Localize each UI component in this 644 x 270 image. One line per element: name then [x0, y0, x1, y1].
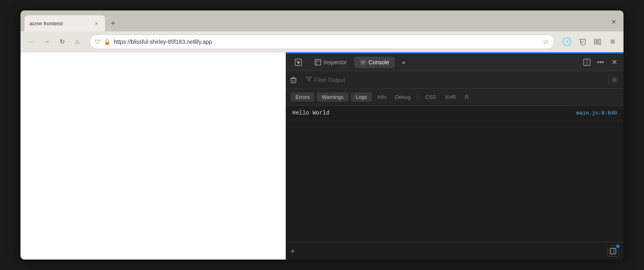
back-icon: ← [28, 38, 35, 45]
console-output: Hello World main.js:8:840 [286, 106, 623, 242]
devtools-close-button[interactable]: ✕ [608, 56, 620, 68]
svg-rect-1 [596, 39, 597, 45]
log-message: Hello World [292, 110, 329, 116]
filter-errors-button[interactable]: Errors [291, 92, 314, 102]
home-button[interactable]: ⌂ [71, 36, 83, 48]
address-bar: 🛡 🔒 ☆ [90, 35, 554, 49]
svg-rect-8 [360, 59, 366, 65]
devtools-more-tabs-button[interactable]: » [396, 57, 411, 68]
forward-button[interactable]: → [41, 36, 53, 48]
trash-icon [290, 76, 297, 84]
filter-xhr-button[interactable]: XHR [442, 92, 459, 102]
sidebar-toggle-icon [610, 248, 616, 254]
inspector-icon [315, 59, 321, 65]
filter-css-button[interactable]: CSS [422, 92, 439, 102]
filter-info-button[interactable]: Info [374, 92, 390, 102]
svg-rect-11 [291, 78, 296, 83]
browser-tab[interactable]: acme frontend × [25, 15, 105, 31]
console-icon [360, 59, 366, 65]
devtools-console-tab[interactable]: Console [354, 57, 395, 68]
window-close-button[interactable]: ✕ [608, 16, 619, 27]
library-icon[interactable] [591, 36, 603, 48]
tab-title: acme frontend [29, 20, 90, 27]
browser-toolbar: ← → ↻ ⌂ 🛡 🔒 ☆ [21, 31, 623, 52]
devtools-split-button[interactable] [581, 56, 593, 68]
refresh-icon: ↻ [59, 38, 65, 45]
console-settings-button[interactable] [608, 74, 620, 86]
forward-icon: → [43, 38, 50, 45]
console-input[interactable] [298, 248, 604, 254]
svg-rect-5 [315, 59, 321, 65]
devtools-options-button[interactable]: ••• [595, 56, 607, 68]
console-tab-label: Console [369, 59, 389, 65]
funnel-icon [306, 76, 312, 82]
console-sidebar-button[interactable] [607, 245, 619, 257]
url-input[interactable] [114, 39, 539, 45]
inspector-tab-label: Inspector [324, 59, 347, 65]
console-prompt-label: » [291, 247, 295, 255]
browser-window: acme frontend × + ✕ ← → ↻ ⌂ 🛡 🔒 ☆ [21, 10, 623, 260]
home-icon: ⌂ [75, 38, 79, 45]
library-svg [593, 38, 601, 46]
tab-close-button[interactable]: × [93, 20, 100, 27]
react-devtools-icon[interactable] [561, 36, 573, 48]
tab-bar: acme frontend × + ✕ [21, 10, 623, 31]
new-tab-button[interactable]: + [107, 17, 119, 30]
console-clear-button[interactable] [289, 74, 302, 86]
filter-icon [306, 76, 312, 83]
devtools-picker-tool[interactable] [289, 56, 308, 68]
console-toolbar [286, 71, 623, 89]
notification-dot [616, 245, 619, 248]
react-logo-icon [562, 37, 571, 46]
split-icon [583, 59, 591, 66]
filter-debug-button[interactable]: Debug [392, 92, 414, 102]
pocket-icon[interactable] [576, 36, 588, 48]
lock-icon: 🔒 [104, 39, 111, 45]
filter-logs-button[interactable]: Logs [351, 92, 372, 102]
console-log-entry: Hello World main.js:8:840 [286, 106, 623, 121]
bookmark-star-button[interactable]: ☆ [543, 37, 549, 46]
filter-warnings-button[interactable]: Warnings [317, 92, 348, 102]
shield-icon: 🛡 [95, 39, 100, 45]
browser-menu-button[interactable]: ≡ [607, 36, 619, 48]
svg-rect-0 [594, 39, 595, 45]
filter-divider [418, 92, 418, 102]
refresh-button[interactable]: ↻ [56, 36, 68, 48]
more-tabs-icon: » [402, 59, 405, 65]
svg-rect-2 [597, 39, 598, 45]
filter-buttons-row: Errors Warnings Logs Info Debug CSS XHR … [286, 89, 623, 106]
console-input-row: » [286, 242, 623, 260]
filter-r-button[interactable]: R [461, 92, 472, 102]
devtools-panel: Inspector Console » [286, 52, 623, 260]
devtools-inspector-tab[interactable]: Inspector [309, 57, 353, 68]
svg-point-18 [613, 79, 616, 81]
svg-rect-19 [610, 248, 616, 254]
log-source[interactable]: main.js:8:840 [576, 110, 617, 116]
filter-output-input[interactable] [314, 77, 606, 83]
back-button[interactable]: ← [25, 36, 37, 48]
toolbar-right-icons: ≡ [561, 36, 619, 48]
pocket-svg [578, 38, 586, 46]
picker-icon [295, 59, 302, 66]
settings-gear-icon [611, 76, 618, 84]
devtools-tabbar: Inspector Console » [286, 53, 623, 71]
main-area: Inspector Console » [21, 52, 623, 260]
page-content [21, 52, 286, 260]
svg-rect-3 [599, 39, 601, 45]
